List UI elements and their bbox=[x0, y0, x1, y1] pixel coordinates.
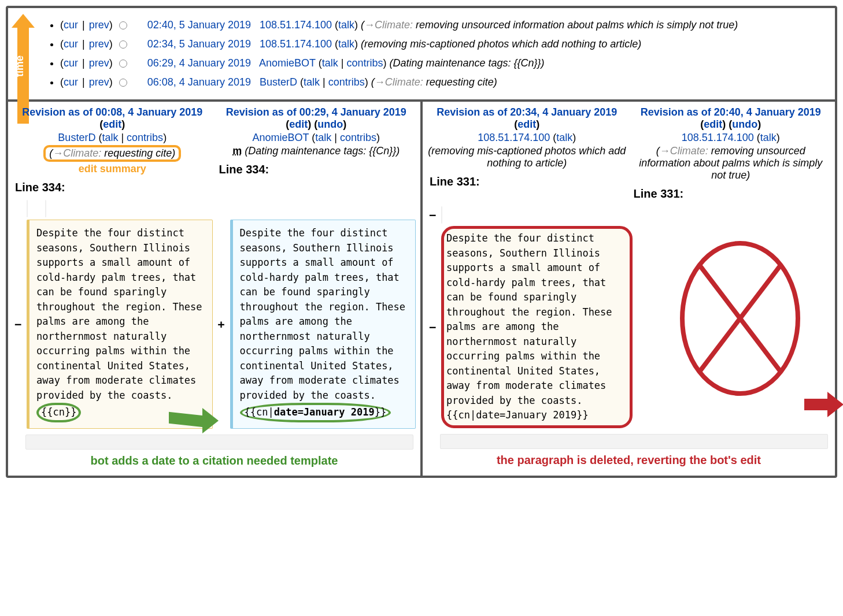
user-link[interactable]: 108.51.174.100 bbox=[478, 132, 550, 143]
line-number: Line 334: bbox=[219, 163, 416, 176]
figure-container: time (cur | prev) 02:40, 5 January 2019 … bbox=[6, 6, 837, 478]
line-number: Line 331: bbox=[430, 175, 627, 188]
revision-timestamp-link[interactable]: 06:08, 4 January 2019 bbox=[147, 76, 251, 88]
diff-empty-cell bbox=[460, 206, 830, 224]
diff-deleted-placeholder bbox=[650, 226, 831, 428]
prev-link[interactable]: prev bbox=[89, 38, 109, 50]
diff-removed-marker: − bbox=[427, 226, 438, 428]
diff-added-cell: Despite the four distinct seasons, South… bbox=[230, 220, 416, 429]
user-link[interactable]: AnomieBOT bbox=[253, 132, 309, 143]
talk-link[interactable]: talk bbox=[304, 76, 320, 88]
edit-link[interactable]: edit bbox=[517, 118, 536, 130]
diff-old-column: Revision as of 20:34, 4 January 2019 (ed… bbox=[427, 106, 627, 204]
undo-link[interactable]: undo bbox=[317, 118, 343, 130]
contribs-link[interactable]: contribs bbox=[346, 57, 383, 69]
diff-removed-cell bbox=[441, 206, 442, 224]
red-arrow-icon bbox=[804, 391, 843, 418]
edit-summary: (Dating maintenance tags: {{Cn}}) bbox=[245, 145, 400, 157]
contribs-link[interactable]: contribs bbox=[127, 132, 163, 143]
diff-marker bbox=[31, 200, 42, 217]
diff-removed-marker: − bbox=[13, 220, 23, 429]
history-entry: (cur | prev) 02:34, 5 January 2019 108.5… bbox=[60, 36, 829, 52]
section-link[interactable]: →Climate: bbox=[53, 147, 101, 159]
red-x-icon bbox=[676, 238, 804, 399]
edit-summary: (Dating maintenance tags: {{Cn}}) bbox=[389, 57, 544, 69]
diff-removed-marker: − bbox=[427, 206, 438, 224]
talk-link[interactable]: talk bbox=[315, 132, 331, 143]
revision-history-panel: time (cur | prev) 02:40, 5 January 2019 … bbox=[8, 8, 835, 102]
revision-timestamp-link[interactable]: 06:29, 4 January 2019 bbox=[147, 57, 251, 69]
talk-link[interactable]: talk bbox=[556, 132, 572, 143]
history-entry: (cur | prev) 02:40, 5 January 2019 108.5… bbox=[60, 17, 829, 33]
compare-radio[interactable] bbox=[119, 40, 127, 49]
diff-context-cell bbox=[45, 200, 46, 217]
prev-link[interactable]: prev bbox=[89, 19, 109, 31]
diff-panel-right: Revision as of 20:34, 4 January 2019 (ed… bbox=[423, 102, 835, 476]
diff-marker bbox=[636, 226, 646, 428]
diff-marker bbox=[13, 200, 23, 217]
cur-link[interactable]: cur bbox=[64, 19, 78, 31]
talk-link[interactable]: talk bbox=[338, 19, 354, 31]
edit-link[interactable]: edit bbox=[103, 118, 121, 130]
history-entry: (cur | prev) 06:08, 4 January 2019 Buste… bbox=[60, 75, 829, 90]
annotation-green: bot adds a date to a citation needed tem… bbox=[13, 454, 416, 467]
compare-radio[interactable] bbox=[119, 60, 127, 68]
template-highlight: {{cn}} bbox=[36, 403, 81, 422]
history-entry: (cur | prev) 06:29, 4 January 2019 Anomi… bbox=[60, 55, 829, 71]
user-link[interactable]: BusterD bbox=[260, 76, 297, 88]
diff-context-cell bbox=[27, 200, 28, 217]
cur-link[interactable]: cur bbox=[64, 38, 78, 50]
line-number: Line 334: bbox=[15, 181, 212, 194]
contribs-link[interactable]: contribs bbox=[340, 132, 376, 143]
edit-link[interactable]: edit bbox=[704, 118, 722, 130]
revision-title: Revision as of 00:08, 4 January 2019 (ed… bbox=[13, 106, 212, 131]
edit-summary-caption: edit summary bbox=[13, 163, 212, 175]
revision-title: Revision as of 00:29, 4 January 2019 (ed… bbox=[217, 106, 416, 131]
section-link[interactable]: →Climate: bbox=[364, 19, 413, 31]
diff-old-column: Revision as of 00:08, 4 January 2019 (ed… bbox=[13, 106, 212, 198]
template-highlight: {{cn|date=January 2019}} bbox=[240, 403, 391, 422]
edit-summary: (→Climate: requesting cite) bbox=[371, 76, 497, 88]
edit-summary: (→Climate: removing unsourced informatio… bbox=[631, 145, 831, 181]
cur-link[interactable]: cur bbox=[64, 57, 78, 69]
prev-link[interactable]: prev bbox=[89, 76, 109, 88]
compare-radio[interactable] bbox=[119, 79, 127, 87]
edit-link[interactable]: edit bbox=[289, 118, 308, 130]
section-link[interactable]: →Climate: bbox=[375, 76, 423, 88]
edit-summary-highlight: (→Climate: requesting cite) bbox=[43, 145, 181, 162]
undo-link[interactable]: undo bbox=[732, 118, 757, 130]
user-link[interactable]: BusterD bbox=[58, 132, 95, 143]
user-link[interactable]: AnomieBOT bbox=[259, 57, 316, 69]
prev-link[interactable]: prev bbox=[89, 57, 109, 69]
minor-edit-flag: m bbox=[232, 145, 242, 157]
user-link[interactable]: 108.51.174.100 bbox=[682, 132, 754, 143]
history-list: (cur | prev) 02:40, 5 January 2019 108.5… bbox=[43, 17, 829, 90]
revision-title: Revision as of 20:34, 4 January 2019 (ed… bbox=[427, 106, 627, 131]
diff-footer-bar bbox=[25, 435, 413, 450]
compare-radio[interactable] bbox=[119, 21, 127, 29]
annotation-red: the paragraph is deleted, reverting the … bbox=[427, 454, 830, 467]
user-link[interactable]: 108.51.174.100 bbox=[260, 38, 332, 50]
revision-title: Revision as of 20:40, 4 January 2019 (ed… bbox=[631, 106, 831, 131]
talk-link[interactable]: talk bbox=[322, 57, 338, 69]
talk-link[interactable]: talk bbox=[760, 132, 777, 143]
diff-new-column: Revision as of 20:40, 4 January 2019 (ed… bbox=[631, 106, 831, 204]
diff-removed-paragraph: Despite the four distinct seasons, South… bbox=[441, 226, 633, 428]
talk-link[interactable]: talk bbox=[102, 132, 118, 143]
edit-summary: (→Climate: removing unsourced informatio… bbox=[361, 19, 738, 31]
line-number: Line 331: bbox=[634, 187, 831, 201]
revision-timestamp-link[interactable]: 02:34, 5 January 2019 bbox=[147, 38, 251, 50]
edit-summary: (removing mis-captioned photos which add… bbox=[427, 145, 627, 169]
revision-timestamp-link[interactable]: 02:40, 5 January 2019 bbox=[147, 19, 251, 31]
diff-marker bbox=[446, 206, 456, 224]
contribs-link[interactable]: contribs bbox=[328, 76, 365, 88]
diff-added-marker: + bbox=[216, 220, 227, 429]
section-link[interactable]: →Climate: bbox=[660, 145, 708, 157]
user-link[interactable]: 108.51.174.100 bbox=[260, 19, 332, 31]
talk-link[interactable]: talk bbox=[338, 38, 354, 50]
diff-panel-left: Revision as of 00:08, 4 January 2019 (ed… bbox=[8, 102, 423, 476]
diff-removed-cell: Despite the four distinct seasons, South… bbox=[27, 220, 213, 429]
diff-panels: Revision as of 00:08, 4 January 2019 (ed… bbox=[8, 102, 835, 476]
time-arrow-label: time bbox=[14, 55, 26, 77]
cur-link[interactable]: cur bbox=[64, 76, 78, 88]
